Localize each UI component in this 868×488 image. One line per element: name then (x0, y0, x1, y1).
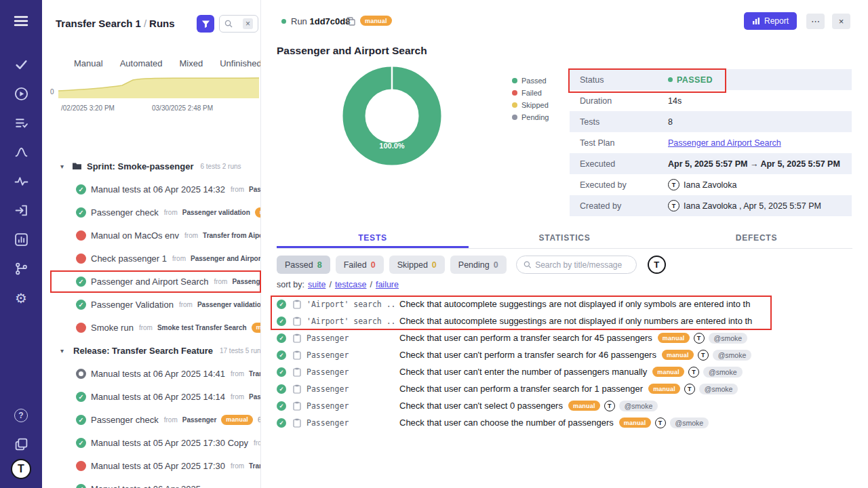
test-row[interactable]: ✓ 'Airport' search ... Check that autoco… (277, 312, 861, 329)
tree-run-item[interactable]: Manual tests at 06 Apr 2025 14:41 from T… (42, 362, 261, 385)
tree-run-item[interactable]: ✓ Manual tests at 06 Apr 2025 (42, 477, 261, 488)
testcase-icon (293, 384, 301, 394)
close-run-button[interactable]: × (832, 14, 850, 29)
passed-icon: ✓ (277, 333, 286, 343)
run-from-prefix: fro (254, 439, 261, 447)
analytics-pulse-icon[interactable] (0, 167, 42, 196)
test-row[interactable]: ✓ 'Airport' search ... Check that autoco… (277, 296, 861, 312)
manual-badge: manual (568, 401, 600, 411)
run-suite: Passenger (182, 416, 217, 424)
run-suite: Transfer from Aiport (203, 232, 261, 239)
filter-skipped[interactable]: Skipped0 (389, 256, 445, 274)
report-button[interactable]: Report (744, 12, 797, 30)
tree-folder-sprint[interactable]: ▾ Sprint: Smoke-passenger 6 tests 2 runs (42, 155, 261, 178)
tree-run-item[interactable]: ✓ Manual tests at 06 Apr 2025 14:14 from… (42, 385, 261, 408)
tree-run-item[interactable]: ✓ Passenger check from Passenger manual … (42, 408, 261, 431)
testcase-icon (293, 401, 301, 411)
tab-unfinished[interactable]: Unfinished (220, 58, 260, 68)
projects-folders-icon[interactable] (0, 430, 42, 459)
help-icon[interactable]: ? (0, 401, 42, 430)
tree-run-item[interactable]: ✓ Manual tests at 06 Apr 2025 14:32 from… (42, 178, 261, 201)
test-suite: Passenger (307, 384, 395, 394)
test-row[interactable]: ✓ Passenger Check that user can't select… (277, 397, 861, 414)
tab-mixed[interactable]: Mixed (180, 58, 203, 68)
plans-list-icon[interactable] (0, 108, 42, 138)
run-suite: Pass (249, 393, 261, 401)
runs-history-chart[interactable] (58, 70, 259, 99)
run-info-table: Status PASSED Duration 14s Tests 8 Test … (570, 69, 852, 216)
logo-filter-button[interactable]: T (648, 256, 666, 274)
reports-chart-icon[interactable] (0, 225, 42, 254)
tree-run-item[interactable]: Manual tests at 05 Apr 2025 17:30 from T… (42, 454, 261, 477)
filter-failed[interactable]: Failed0 (336, 256, 384, 274)
runs-play-icon[interactable] (0, 79, 42, 108)
tree-run-item[interactable]: ✓ Passenger check from Passenger validat… (42, 201, 261, 224)
run-from-prefix: from (231, 370, 244, 378)
tab-manual[interactable]: Manual (74, 58, 103, 68)
chevron-down-icon[interactable]: ▾ (60, 163, 67, 170)
logo-mini-icon: T (604, 401, 615, 411)
pending-dot (512, 115, 517, 120)
sort-by-failure-link[interactable]: failure (376, 280, 399, 289)
sidebar-search-box[interactable]: × (219, 15, 258, 33)
workspace-logo[interactable]: T (0, 459, 42, 488)
run-from-prefix: from (164, 209, 178, 216)
run-label: Manual tests at 06 Apr 2025 (91, 484, 201, 488)
filter-pending[interactable]: Pending0 (450, 256, 507, 274)
clear-search-icon[interactable]: × (243, 18, 253, 29)
run-suite: Passenger and Airport Searc (191, 255, 261, 262)
tree-run-item[interactable]: ✓ Manual tests at 05 Apr 2025 17:30 Copy… (42, 431, 261, 454)
test-row[interactable]: ✓ Passenger Check that user can perform … (277, 329, 861, 346)
tree-run-item[interactable]: ✓ Passenger Validation from Passenger va… (42, 293, 261, 316)
breadcrumb-project[interactable]: Transfer Search 1 (56, 18, 141, 29)
passed-icon: ✓ (76, 184, 86, 195)
test-row[interactable]: ✓ Passenger Check that user can perform … (277, 380, 861, 397)
filter-passed[interactable]: Passed8 (277, 256, 330, 274)
settings-gear-icon[interactable]: ⚙ (0, 283, 42, 312)
run-from-prefix: from (214, 278, 227, 285)
sort-by-suite-link[interactable]: suite (308, 280, 326, 289)
passed-icon: ✓ (76, 415, 86, 425)
filter-button[interactable] (197, 15, 214, 33)
smoke-tag: @smoke (699, 384, 738, 394)
tab-statistics[interactable]: STATISTICS (469, 229, 660, 248)
tree-run-item-selected[interactable]: ✓ Passenger and Airport Search from Pass… (42, 270, 261, 293)
manual-badge: manual (252, 323, 261, 333)
menu-icon[interactable] (0, 4, 42, 38)
smoke-tag: @smoke (670, 418, 709, 428)
tests-check-icon[interactable] (0, 50, 42, 79)
tree-run-item[interactable]: Manual on MacOs env from Transfer from A… (42, 224, 261, 247)
branch-icon[interactable] (0, 254, 42, 283)
more-actions-button[interactable]: ⋯ (806, 14, 825, 29)
sort-by-testcase-link[interactable]: testcase (335, 280, 367, 289)
sort-prefix: sort by: (277, 280, 304, 289)
report-label: Report (764, 16, 789, 26)
chevron-down-icon[interactable]: ▾ (60, 347, 64, 354)
test-row[interactable]: ✓ Passenger Check that user can choose t… (277, 414, 861, 431)
tab-defects[interactable]: DEFECTS (660, 229, 852, 248)
test-title: Check that user can perform a transfer s… (399, 333, 652, 343)
test-row[interactable]: ✓ Passenger Check that user can't enter … (277, 363, 861, 380)
tab-automated[interactable]: Automated (120, 58, 163, 68)
run-label: Manual tests at 05 Apr 2025 17:30 (91, 461, 225, 471)
copy-run-id-icon[interactable] (347, 16, 355, 28)
run-from-prefix: from (139, 324, 153, 331)
flow-curve-icon[interactable] (0, 138, 42, 167)
passed-icon: ✓ (76, 484, 86, 488)
test-row[interactable]: ✓ Passenger Check that user can't perfor… (277, 346, 861, 363)
tests-search-box (516, 256, 637, 274)
info-row-status: Status PASSED (570, 69, 852, 90)
run-label: Manual on MacOs env (91, 230, 179, 241)
tests-search-input[interactable] (535, 260, 629, 270)
tab-tests[interactable]: TESTS (277, 229, 469, 248)
icon-rail: ⚙ ? T (0, 0, 42, 488)
tree-run-item[interactable]: Smoke run from Smoke test Transfer Searc… (42, 316, 261, 339)
test-plan-link[interactable]: Passenger and Airport Search (668, 138, 781, 148)
results-donut-chart: 100.0% (341, 65, 443, 167)
tree-folder-release[interactable]: ▾ Release: Transfer Search Feature 17 te… (42, 339, 261, 362)
run-launcher-icon[interactable] (0, 196, 42, 225)
failed-icon (76, 253, 86, 264)
tree-run-item[interactable]: Check passenger 1 from Passenger and Air… (42, 247, 261, 270)
testcase-icon (293, 333, 301, 343)
avatar: T (668, 200, 679, 211)
